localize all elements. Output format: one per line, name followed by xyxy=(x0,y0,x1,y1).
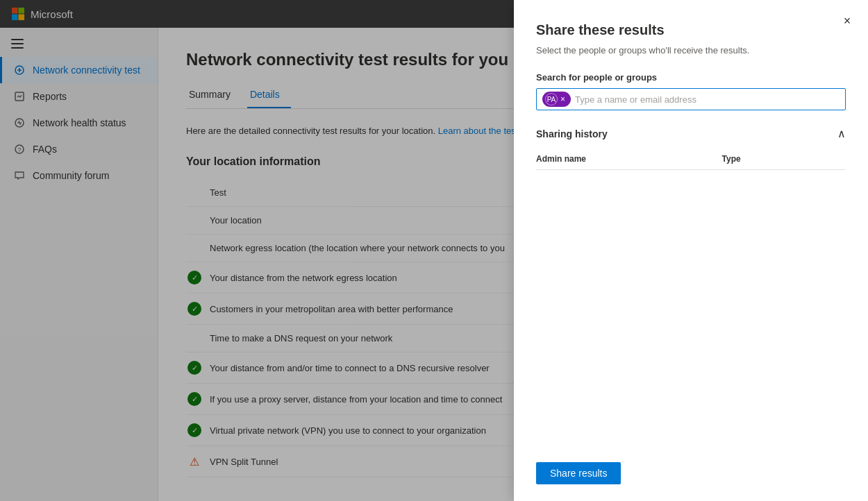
share-button[interactable]: Share results xyxy=(536,462,621,484)
modal-title: Share these results xyxy=(536,22,846,38)
sharing-history-title: Sharing history xyxy=(536,128,608,139)
search-input[interactable] xyxy=(575,94,840,105)
tag-chip: PA × xyxy=(542,92,571,107)
search-label: Search for people or groups xyxy=(536,72,846,83)
sharing-history-table: Admin name Type xyxy=(536,148,846,170)
search-field: PA × xyxy=(536,88,846,110)
col-header-admin: Admin name xyxy=(536,148,722,170)
modal-subtitle: Select the people or groups who'll recei… xyxy=(536,45,846,56)
modal-overlay: × Share these results Select the people … xyxy=(0,0,868,501)
tag-avatar: PA xyxy=(545,93,558,105)
col-header-type: Type xyxy=(722,148,846,170)
tag-remove-button[interactable]: × xyxy=(560,95,565,103)
sharing-history-header[interactable]: Sharing history ∧ xyxy=(536,127,846,140)
modal-close-button[interactable]: × xyxy=(837,11,857,31)
chevron-up-icon: ∧ xyxy=(837,127,846,140)
modal-panel: × Share these results Select the people … xyxy=(514,0,868,501)
modal-footer: Share results xyxy=(536,462,846,484)
